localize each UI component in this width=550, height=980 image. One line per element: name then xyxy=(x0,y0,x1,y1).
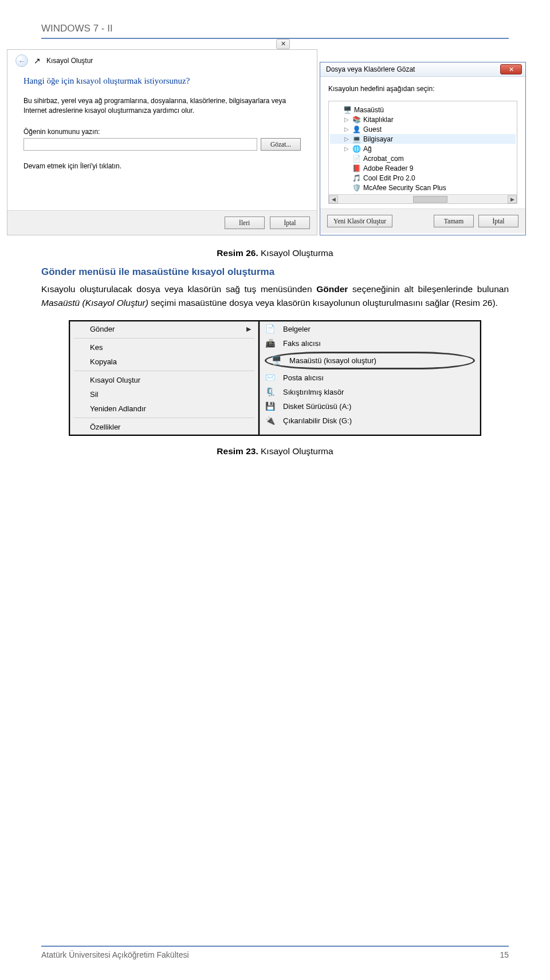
tree-twisty-icon[interactable]: ▷ xyxy=(344,136,349,142)
menu-item-icon: 🔌 xyxy=(262,414,277,428)
tree-item[interactable]: ▷📚Kitaplıklar xyxy=(330,115,516,124)
menu-item-icon: 📠 xyxy=(262,336,277,351)
context-menu-item[interactable]: Kes xyxy=(70,340,258,355)
tree-item[interactable]: 🎵Cool Edit Pro 2.0 xyxy=(330,173,516,183)
new-folder-button[interactable]: Yeni Klasör Oluştur xyxy=(327,215,392,227)
close-icon[interactable]: ✕ xyxy=(276,39,290,49)
context-menu-figure: Gönder▶KesKopyalaKısayol OluşturSilYenid… xyxy=(69,320,481,436)
menu-item-label: Özellikler xyxy=(90,423,120,431)
wizard-title: Kısayol Oluştur xyxy=(46,57,93,65)
menu-item-label: Gönder xyxy=(90,325,115,333)
tree-item[interactable]: 🖥️Masaüstü xyxy=(330,105,516,115)
ok-button[interactable]: Tamam xyxy=(434,215,474,227)
context-menu-item[interactable]: Gönder▶ xyxy=(70,322,258,336)
browse-dialog: Dosya veya Klasörlere Gözat ✕ Kısayolun … xyxy=(320,62,526,235)
tree-item-label: Cool Edit Pro 2.0 xyxy=(363,174,415,182)
context-menu-item[interactable]: ✉️Posta alıcısı xyxy=(260,371,480,385)
menu-item-label: Kes xyxy=(90,343,103,352)
context-menu-item[interactable]: Kopyala xyxy=(70,355,258,369)
wizard-hint: Devam etmek için İleri'yi tıklatın. xyxy=(23,162,301,170)
menu-separator xyxy=(74,371,254,371)
scroll-thumb[interactable] xyxy=(413,196,447,203)
shortcut-icon: ↗ xyxy=(34,56,43,65)
tree-item-icon: 🛡️ xyxy=(352,184,361,192)
menu-item-label: Belgeler xyxy=(283,325,311,333)
menu-item-label: Sil xyxy=(90,390,98,399)
tree-item[interactable]: 📄Acrobat_com xyxy=(330,154,516,163)
tree-item-label: Kitaplıklar xyxy=(363,116,394,124)
back-button[interactable]: ← xyxy=(15,54,28,67)
next-button[interactable]: İleri xyxy=(225,217,265,229)
tree-item-icon: 🖥️ xyxy=(343,106,352,114)
tree-item-label: Acrobat_com xyxy=(363,155,404,163)
menu-item-icon: 🗜️ xyxy=(262,385,277,399)
tree-item[interactable]: ▷👤Guest xyxy=(330,124,516,134)
page-header: WINDOWS 7 - II xyxy=(41,23,509,39)
scroll-left-icon[interactable]: ◀ xyxy=(329,195,338,203)
cancel-button[interactable]: İptal xyxy=(270,217,310,229)
section-heading: Gönder menüsü ile masaüstüne kısayol olu… xyxy=(41,266,509,278)
menu-item-icon: ✉️ xyxy=(262,371,277,385)
scrollbar-horizontal[interactable]: ◀ ▶ xyxy=(329,194,517,203)
context-menu-item[interactable]: Yeniden Adlandır xyxy=(70,402,258,416)
tree-item[interactable]: ▷🌐Ağ xyxy=(330,144,516,154)
tree-item-label: Masaüstü xyxy=(354,106,384,114)
context-menu-item[interactable]: Kısayol Oluştur xyxy=(70,373,258,387)
menu-item-icon: 📄 xyxy=(262,322,277,336)
create-shortcut-wizard: ← ↗ Kısayol Oluştur Hangi öğe için kısay… xyxy=(7,49,317,235)
tree-item-icon: 👤 xyxy=(352,125,361,133)
menu-item-label: Çıkarılabilir Disk (G:) xyxy=(283,416,352,425)
tree-item-icon: 💻 xyxy=(352,135,361,143)
menu-item-label: Sıkıştırılmış klasör xyxy=(283,388,344,396)
menu-item-label: Masaüstü (kısayol oluştur) xyxy=(289,356,376,365)
tree-item-label: McAfee Security Scan Plus xyxy=(363,184,446,192)
tree-twisty-icon[interactable]: ▷ xyxy=(344,126,349,132)
context-menu-item[interactable]: Sil xyxy=(70,387,258,402)
close-icon[interactable]: ✕ xyxy=(500,64,522,74)
body-paragraph: Kısayolu oluşturulacak dosya veya klasör… xyxy=(41,282,509,310)
menu-item-label: Yeniden Adlandır xyxy=(90,404,146,413)
menu-item-icon: 🖥️ xyxy=(269,353,284,368)
footer-left: Atatürk Üniversitesi Açıköğretim Fakülte… xyxy=(41,950,189,959)
tree-item[interactable]: ▷💻Bilgisayar xyxy=(330,134,516,144)
figure-row: ✕ ← ↗ Kısayol Oluştur Hangi öğe için kıs… xyxy=(7,49,543,235)
tree-item-icon: 📄 xyxy=(352,155,361,163)
location-label: Öğenin konumunu yazın: xyxy=(23,128,301,136)
tree-item-label: Guest xyxy=(363,125,382,133)
tree-item-label: Adobe Reader 9 xyxy=(363,164,413,172)
wizard-description: Bu sihirbaz, yerel veya ağ programlarına… xyxy=(23,96,301,116)
context-menu-item[interactable]: 🗜️Sıkıştırılmış klasör xyxy=(260,385,480,399)
context-menu-right: 📄Belgeler📠Faks alıcısı🖥️Masaüstü (kısayo… xyxy=(260,321,480,435)
figure-caption: Resim 26. Kısayol Oluşturma xyxy=(41,248,509,258)
context-menu-item[interactable]: Özellikler xyxy=(70,420,258,434)
menu-item-label: Kopyala xyxy=(90,357,117,366)
tree-twisty-icon[interactable]: ▷ xyxy=(344,116,349,123)
context-menu-item[interactable]: 🖥️Masaüstü (kısayol oluştur) xyxy=(265,352,475,369)
menu-item-label: Kısayol Oluştur xyxy=(90,376,140,384)
menu-separator xyxy=(74,338,254,339)
menu-item-label: Posta alıcısı xyxy=(283,373,324,382)
tree-item[interactable]: 📕Adobe Reader 9 xyxy=(330,163,516,173)
tree-item-label: Ağ xyxy=(363,145,372,153)
menu-separator xyxy=(74,418,254,418)
browse-title: Dosya veya Klasörlere Gözat xyxy=(326,65,415,73)
submenu-arrow-icon: ▶ xyxy=(246,325,251,333)
scroll-right-icon[interactable]: ▶ xyxy=(508,195,517,203)
location-input[interactable] xyxy=(23,138,257,151)
tree-item-label: Bilgisayar xyxy=(363,135,393,143)
tree-item[interactable]: 🛡️McAfee Security Scan Plus xyxy=(330,183,516,192)
context-menu-item[interactable]: 📄Belgeler xyxy=(260,322,480,336)
context-menu-item[interactable]: 📠Faks alıcısı xyxy=(260,336,480,351)
folder-tree[interactable]: 🖥️Masaüstü▷📚Kitaplıklar▷👤Guest▷💻Bilgisay… xyxy=(328,101,517,204)
menu-item-label: Faks alıcısı xyxy=(283,339,321,348)
browse-button[interactable]: Gözat... xyxy=(261,138,301,151)
menu-item-label: Disket Sürücüsü (A:) xyxy=(283,402,351,411)
context-menu-left: Gönder▶KesKopyalaKısayol OluşturSilYenid… xyxy=(70,321,258,435)
cancel-button[interactable]: İptal xyxy=(478,215,518,227)
page-number: 15 xyxy=(500,950,509,959)
context-menu-item[interactable]: 🔌Çıkarılabilir Disk (G:) xyxy=(260,414,480,428)
tree-item-icon: 🌐 xyxy=(352,145,361,153)
context-menu-item[interactable]: 💾Disket Sürücüsü (A:) xyxy=(260,399,480,414)
tree-twisty-icon[interactable]: ▷ xyxy=(344,145,349,152)
page-footer: Atatürk Üniversitesi Açıköğretim Fakülte… xyxy=(41,946,509,959)
